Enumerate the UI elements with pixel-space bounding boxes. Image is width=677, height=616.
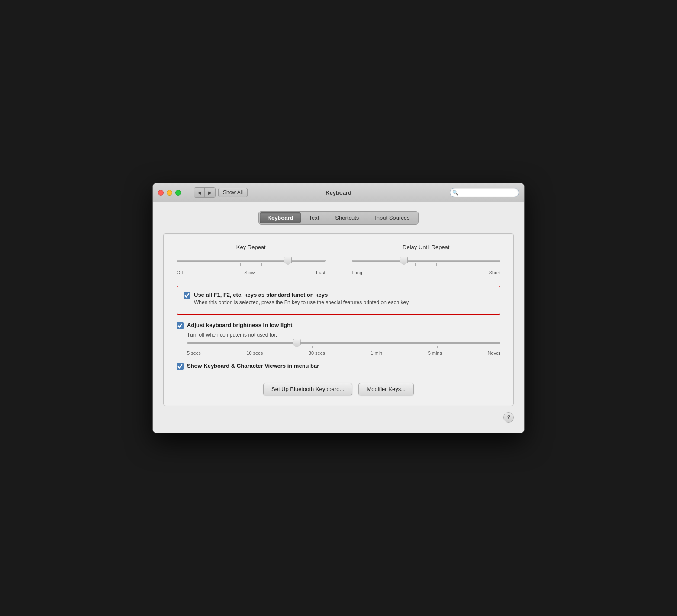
content-area: Keyboard Text Shortcuts Input Sources Ke… <box>153 202 524 433</box>
search-icon: 🔍 <box>452 190 458 196</box>
key-repeat-end-labels: Off Slow Fast <box>177 270 326 275</box>
brightness-checkbox-item: Adjust keyboard brightness in low light <box>177 322 500 329</box>
tick <box>436 263 437 266</box>
bottom-buttons: Set Up Bluetooth Keyboard... Modifier Ke… <box>177 383 500 395</box>
tick <box>479 263 479 266</box>
tick-label-1min: 1 min <box>371 350 382 356</box>
modifier-keys-button[interactable]: Modifier Keys... <box>358 383 414 395</box>
tick <box>261 263 262 266</box>
key-repeat-off-label: Off <box>177 270 183 275</box>
bluetooth-keyboard-button[interactable]: Set Up Bluetooth Keyboard... <box>263 383 352 395</box>
fn-keys-sub-label: When this option is selected, press the … <box>194 299 410 306</box>
tick <box>325 263 325 266</box>
show-all-button[interactable]: Show All <box>218 188 248 197</box>
tab-keyboard[interactable]: Keyboard <box>260 212 301 223</box>
show-keyboard-checkbox[interactable] <box>177 363 184 370</box>
window-title: Keyboard <box>326 189 351 196</box>
tick <box>283 263 283 266</box>
tick <box>500 346 500 348</box>
brightness-ticks <box>187 346 500 348</box>
tick <box>304 263 304 266</box>
show-keyboard-label: Show Keyboard & Character Viewers in men… <box>187 363 319 369</box>
close-button[interactable] <box>158 190 164 196</box>
tick <box>375 346 375 348</box>
search-input[interactable] <box>450 188 519 197</box>
tick <box>437 346 438 348</box>
key-repeat-fast-label: Fast <box>316 270 325 275</box>
tab-bar: Keyboard Text Shortcuts Input Sources <box>258 211 419 225</box>
brightness-tick-labels: 5 secs 10 secs 30 secs 1 min 5 mins Neve… <box>187 350 500 356</box>
titlebar-controls: ◀ ▶ Show All <box>194 187 248 198</box>
tick-label-never: Never <box>488 350 500 356</box>
delay-long-label: Long <box>352 270 362 275</box>
tick <box>352 263 352 266</box>
brightness-slider-container: 5 secs 10 secs 30 secs 1 min 5 mins Neve… <box>187 342 500 356</box>
tick-label-5secs: 5 secs <box>187 350 201 356</box>
tick <box>187 346 187 348</box>
key-repeat-section: Key Repeat <box>177 244 339 275</box>
brightness-sublabel: Turn off when computer is not used for: <box>187 332 500 338</box>
help-button[interactable]: ? <box>503 412 514 423</box>
tick <box>177 263 177 266</box>
titlebar: ◀ ▶ Show All Keyboard 🔍 <box>153 183 524 202</box>
key-repeat-slow-label: Slow <box>244 270 255 275</box>
maximize-button[interactable] <box>175 190 181 196</box>
tick <box>415 263 416 266</box>
delay-until-repeat-section: Delay Until Repeat <box>339 244 501 275</box>
show-keyboard-row: Show Keyboard & Character Viewers in men… <box>177 363 500 370</box>
brightness-checkbox[interactable] <box>177 322 184 329</box>
key-repeat-ticks <box>177 263 326 266</box>
tick-label-5mins: 5 mins <box>428 350 442 356</box>
fn-keys-main-label: Use all F1, F2, etc. keys as standard fu… <box>194 292 410 298</box>
help-row: ? <box>163 412 514 423</box>
sliders-row: Key Repeat <box>177 244 500 275</box>
tab-text[interactable]: Text <box>301 212 327 223</box>
tick <box>373 263 373 266</box>
delay-ticks <box>352 263 501 266</box>
delay-track <box>352 260 501 262</box>
nav-button-group: ◀ ▶ <box>194 187 216 198</box>
tab-input-sources[interactable]: Input Sources <box>367 212 417 223</box>
key-repeat-track <box>177 260 326 262</box>
forward-button[interactable]: ▶ <box>205 188 215 197</box>
tick <box>198 263 198 266</box>
tick <box>240 263 241 266</box>
tick-label-30secs: 30 secs <box>309 350 325 356</box>
fn-keys-checkbox[interactable] <box>184 292 190 299</box>
brightness-track <box>187 342 500 344</box>
tab-shortcuts[interactable]: Shortcuts <box>327 212 367 223</box>
traffic-lights <box>158 190 181 196</box>
tick <box>250 346 250 348</box>
fn-keys-checkbox-item: Use all F1, F2, etc. keys as standard fu… <box>184 292 493 306</box>
tick <box>394 263 394 266</box>
delay-until-repeat-slider-wrapper <box>352 256 501 266</box>
delay-until-repeat-label: Delay Until Repeat <box>403 244 449 250</box>
tick <box>458 263 458 266</box>
brightness-main-label: Adjust keyboard brightness in low light <box>187 322 292 328</box>
minimize-button[interactable] <box>167 190 172 196</box>
back-button[interactable]: ◀ <box>194 188 205 197</box>
delay-short-label: Short <box>489 270 500 275</box>
key-repeat-label: Key Repeat <box>236 244 266 250</box>
search-box: 🔍 <box>450 188 519 197</box>
key-repeat-slider-wrapper <box>177 256 326 266</box>
tick <box>312 346 313 348</box>
fn-keys-highlight-box: Use all F1, F2, etc. keys as standard fu… <box>177 286 500 315</box>
fn-keys-text-block: Use all F1, F2, etc. keys as standard fu… <box>194 292 410 306</box>
tabs-container: Keyboard Text Shortcuts Input Sources <box>163 211 514 225</box>
tick-label-10secs: 10 secs <box>246 350 263 356</box>
delay-end-labels: Long Short <box>352 270 501 275</box>
settings-panel: Key Repeat <box>163 233 514 406</box>
tick <box>219 263 219 266</box>
brightness-section: Adjust keyboard brightness in low light … <box>177 322 500 356</box>
keyboard-preferences-window: ◀ ▶ Show All Keyboard 🔍 Keyboard Text Sh… <box>152 183 525 433</box>
tick <box>500 263 500 266</box>
